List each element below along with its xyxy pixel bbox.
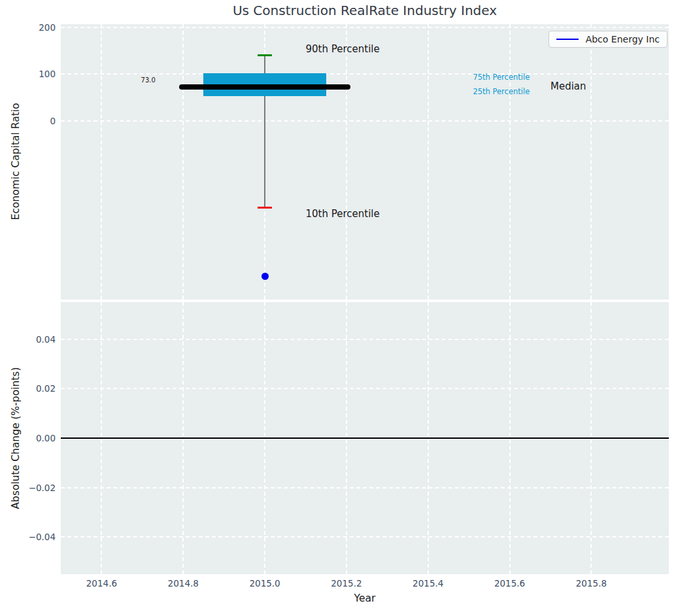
legend-label: Abco Energy Inc [586, 34, 660, 44]
annotation-median-value: 73.0 [141, 77, 156, 84]
median-line [179, 84, 350, 90]
annotation-90th-percentile: 90th Percentile [305, 43, 379, 55]
y-tick-label: 0 [50, 116, 56, 126]
gridline-vertical [428, 24, 429, 299]
x-tick-label: 2015.4 [413, 578, 443, 589]
company-point [262, 273, 269, 280]
x-tick-label: 2014.6 [86, 578, 117, 589]
bottom-axes [61, 302, 669, 574]
y-tick-label: 0.00 [36, 433, 56, 443]
annotation-10th-percentile: 10th Percentile [305, 208, 379, 220]
legend-line-icon [556, 39, 579, 40]
gridline-vertical [101, 24, 102, 299]
x-axis-label: Year [354, 592, 376, 604]
gridline-horizontal [61, 27, 669, 28]
y-tick-label: 0.02 [36, 383, 56, 394]
gridline-vertical [346, 24, 347, 299]
y-tick-label: 0.04 [36, 334, 56, 345]
y-tick-label: −0.04 [29, 532, 56, 542]
gridline-vertical [509, 24, 511, 299]
x-tick-label: 2015.2 [331, 578, 362, 589]
annotation-25th-percentile: 25th Percentile [473, 87, 530, 96]
gridline-horizontal [61, 73, 669, 75]
gridline-vertical [182, 24, 184, 299]
gridline-horizontal [61, 487, 669, 488]
bottom-y-axis-label: Absolute Change (%-points) [10, 368, 22, 509]
whisker-cap-90th [258, 54, 271, 56]
figure: Us Construction RealRate Industry Index … [0, 0, 676, 616]
gridline-horizontal [61, 120, 669, 122]
annotation-75th-percentile: 75th Percentile [473, 73, 530, 82]
gridline-horizontal [61, 536, 669, 538]
chart-title: Us Construction RealRate Industry Index [61, 3, 669, 18]
x-tick-label: 2015.0 [249, 578, 280, 589]
gridline-vertical [590, 24, 592, 299]
gridline-horizontal [61, 388, 669, 389]
y-tick-label: −0.02 [29, 483, 56, 493]
y-tick-label: 100 [39, 69, 56, 79]
x-tick-label: 2014.8 [168, 578, 199, 589]
top-y-axis-label: Economic Capital Ratio [10, 103, 22, 220]
gridline-horizontal [61, 339, 669, 340]
y-tick-label: 200 [39, 22, 56, 33]
zero-line [61, 437, 669, 439]
top-axes [61, 24, 669, 299]
whisker-cap-10th [258, 207, 271, 209]
legend: Abco Energy Inc [549, 31, 668, 48]
x-tick-label: 2015.6 [494, 578, 525, 589]
annotation-median: Median [550, 80, 586, 92]
x-tick-label: 2015.8 [576, 578, 607, 589]
